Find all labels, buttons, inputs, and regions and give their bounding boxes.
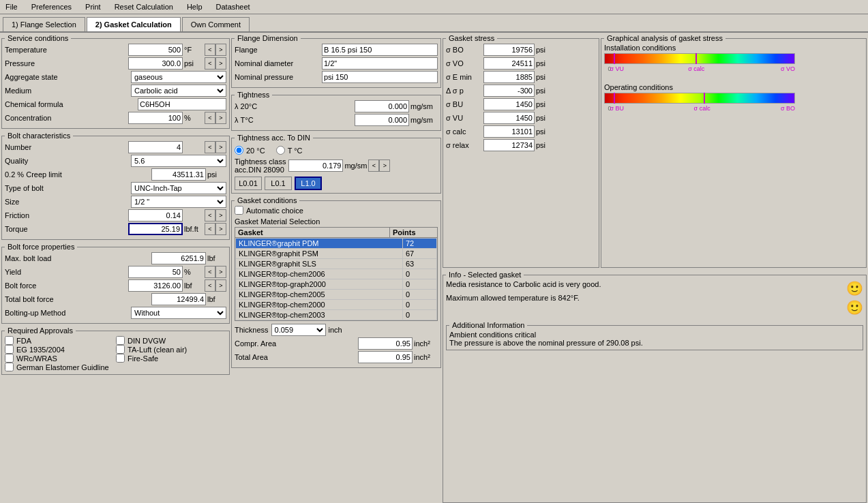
menu-help[interactable]: Help bbox=[184, 1, 205, 12]
tightness-decrement[interactable]: < bbox=[368, 159, 379, 172]
tab-own-comment[interactable]: Own Comment bbox=[182, 17, 250, 31]
yield-decrement[interactable]: < bbox=[205, 266, 215, 278]
gasket-table-row[interactable]: KLINGER®top-chem2005 0 bbox=[236, 290, 437, 300]
din-dvgw-checkbox[interactable] bbox=[116, 336, 125, 345]
install-calc-label: σ calc bbox=[688, 65, 704, 72]
nominal-diameter-row: Nominal diameter bbox=[235, 57, 438, 70]
wrc-checkbox[interactable] bbox=[5, 354, 14, 363]
nominal-diameter-input[interactable] bbox=[322, 57, 438, 70]
ta-luft-checkbox[interactable] bbox=[116, 345, 125, 354]
total-bolt-force-unit: lbf bbox=[207, 295, 226, 303]
nominal-pressure-input[interactable] bbox=[322, 71, 438, 83]
gasket-table-row[interactable]: KLINGER®graphit SLS 63 bbox=[236, 259, 437, 269]
bolting-method-select[interactable]: Without bbox=[131, 307, 226, 319]
nominal-pressure-row: Nominal pressure bbox=[235, 71, 438, 83]
torque-decrement[interactable]: < bbox=[205, 223, 215, 235]
l10-button[interactable]: L1.0 bbox=[295, 177, 322, 190]
torque-increment[interactable]: > bbox=[215, 223, 226, 235]
torque-input[interactable] bbox=[128, 223, 183, 235]
bolt-characteristics-title: Bolt characteristics bbox=[5, 132, 73, 140]
pressure-input[interactable] bbox=[128, 57, 183, 70]
size-select[interactable]: 1/2 " bbox=[131, 196, 226, 208]
tightness-class-input[interactable] bbox=[288, 159, 343, 172]
quality-select[interactable]: 5.6 bbox=[131, 155, 226, 167]
number-input[interactable] bbox=[128, 141, 183, 153]
friction-input[interactable] bbox=[128, 209, 183, 222]
total-bolt-force-input[interactable] bbox=[151, 293, 206, 305]
bolt-force-input[interactable] bbox=[128, 279, 183, 292]
stress-fields: σ BO psi σ VO psi σ E min psi Δ σ p psi … bbox=[446, 44, 596, 151]
gasket-table-row[interactable]: KLINGER®top-chem2003 0 bbox=[236, 310, 437, 320]
lambda-t-input[interactable] bbox=[355, 114, 409, 126]
stress-value-input[interactable] bbox=[483, 98, 535, 110]
din-dvgw-label: DIN DVGW bbox=[128, 337, 166, 345]
stress-value-input[interactable] bbox=[483, 125, 535, 138]
gasket-table-row[interactable]: KLINGER®top-chem2000 0 bbox=[236, 300, 437, 310]
concentration-increment[interactable]: > bbox=[215, 112, 226, 124]
compr-area-input[interactable] bbox=[358, 337, 413, 350]
radio-tc[interactable] bbox=[276, 146, 285, 155]
chemical-formula-input[interactable] bbox=[138, 98, 226, 110]
temperature-increment[interactable]: > bbox=[215, 44, 226, 56]
tightness-increment[interactable]: > bbox=[379, 159, 390, 172]
ta-luft-checkbox-row: TA-Luft (clean air) bbox=[116, 345, 226, 354]
menu-file[interactable]: File bbox=[3, 1, 20, 12]
german-elastomer-checkbox[interactable] bbox=[5, 363, 14, 371]
pressure-decrement[interactable]: < bbox=[205, 57, 215, 70]
stress-value-input[interactable] bbox=[483, 112, 535, 124]
gasket-table-row[interactable]: KLINGER®top-chem2006 0 bbox=[236, 269, 437, 279]
fire-safe-checkbox[interactable] bbox=[116, 354, 125, 363]
gasket-table-row[interactable]: KLINGER®graphit PDM 72 bbox=[236, 239, 437, 249]
menu-reset[interactable]: Reset Calculation bbox=[112, 1, 176, 12]
bolt-force-section: Bolt force properties Max. bolt load lbf… bbox=[1, 243, 230, 324]
tab-gasket-calculation[interactable]: 2) Gasket Calculation bbox=[87, 17, 181, 31]
l001-button[interactable]: L0.01 bbox=[235, 177, 262, 190]
tab-flange-selection[interactable]: 1) Flange Selection bbox=[3, 17, 85, 31]
yield-increment[interactable]: > bbox=[215, 266, 226, 278]
bolt-force-label: Bolt force bbox=[5, 281, 128, 290]
fda-checkbox[interactable] bbox=[5, 336, 14, 345]
friction-increment[interactable]: > bbox=[215, 209, 226, 222]
automatic-choice-checkbox[interactable] bbox=[235, 206, 243, 215]
menu-datasheet[interactable]: Datasheet bbox=[213, 1, 253, 12]
total-area-input[interactable] bbox=[358, 351, 413, 363]
radio-20c[interactable] bbox=[235, 146, 243, 155]
bolt-force-decrement[interactable]: < bbox=[205, 279, 215, 292]
number-increment[interactable]: > bbox=[215, 141, 226, 153]
gasket-table-row[interactable]: KLINGER®graphit PSM 67 bbox=[236, 249, 437, 259]
friction-decrement[interactable]: < bbox=[205, 209, 215, 222]
lambda-20-input[interactable] bbox=[355, 100, 409, 112]
concentration-input[interactable] bbox=[128, 112, 183, 124]
gasket-table-row[interactable]: KLINGER®top-graph2000 0 bbox=[236, 279, 437, 290]
temperature-input[interactable] bbox=[128, 44, 183, 56]
radio-20c-label[interactable]: 20 °C bbox=[235, 146, 265, 155]
gasket-table-body[interactable]: KLINGER®graphit PDM 72 KLINGER®graphit P… bbox=[235, 238, 438, 321]
creep-limit-input[interactable] bbox=[151, 168, 206, 181]
stress-value-input[interactable] bbox=[483, 85, 535, 97]
pressure-increment[interactable]: > bbox=[215, 57, 226, 70]
eg1935-checkbox[interactable] bbox=[5, 345, 14, 354]
menu-print[interactable]: Print bbox=[83, 1, 104, 12]
aggregate-state-select[interactable]: gaseous bbox=[131, 71, 226, 83]
medium-select[interactable]: Carbolic acid bbox=[131, 85, 226, 97]
size-row: Size 1/2 " bbox=[5, 196, 226, 208]
menu-preferences[interactable]: Preferences bbox=[29, 1, 74, 12]
radio-tc-label[interactable]: T °C bbox=[276, 146, 303, 155]
temperature-decrement[interactable]: < bbox=[205, 44, 215, 56]
thickness-select[interactable]: 0.059 bbox=[271, 324, 326, 336]
total-area-label: Total Area bbox=[235, 353, 358, 361]
type-of-bolt-select[interactable]: UNC-Inch-Tap bbox=[131, 182, 226, 194]
bolt-force-increment[interactable]: > bbox=[215, 279, 226, 292]
creep-limit-unit: psi bbox=[207, 170, 226, 179]
flange-input[interactable] bbox=[322, 44, 438, 56]
stress-value-input[interactable] bbox=[483, 139, 535, 151]
stress-value-input[interactable] bbox=[483, 71, 535, 83]
stress-row: σ VO psi bbox=[446, 57, 596, 70]
yield-input[interactable] bbox=[128, 266, 183, 278]
l01-button[interactable]: L0.1 bbox=[265, 177, 292, 190]
stress-value-input[interactable] bbox=[483, 57, 535, 70]
number-decrement[interactable]: < bbox=[205, 141, 215, 153]
concentration-decrement[interactable]: < bbox=[205, 112, 215, 124]
stress-value-input[interactable] bbox=[483, 44, 535, 56]
max-bolt-load-input[interactable] bbox=[151, 252, 206, 264]
